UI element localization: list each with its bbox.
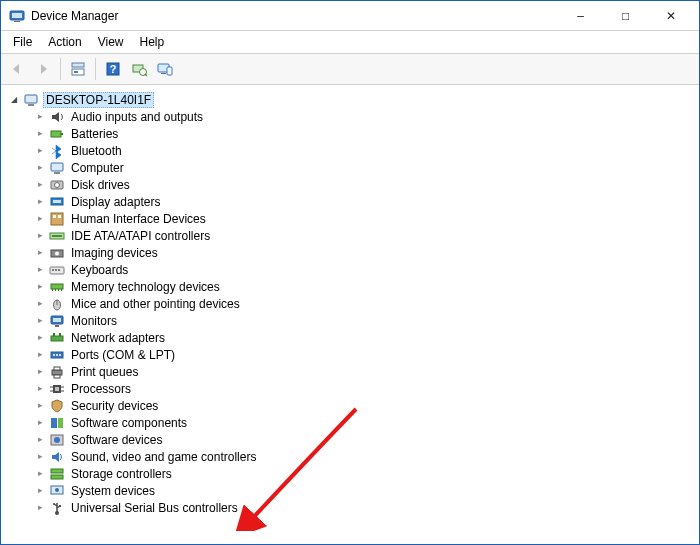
svg-rect-25 (53, 215, 56, 218)
menu-view[interactable]: View (90, 33, 132, 51)
tree-node[interactable]: ▸ Computer (7, 159, 695, 176)
tree-node[interactable]: ▸ Processors (7, 380, 695, 397)
tree-node-label: Processors (69, 381, 133, 397)
tree-node[interactable]: ▸ Audio inputs and outputs (7, 108, 695, 125)
expander-icon[interactable]: ◢ (7, 93, 21, 107)
expander-icon[interactable]: ▸ (33, 416, 47, 430)
printer-icon (49, 364, 65, 380)
tree-node[interactable]: ▸ System devices (7, 482, 695, 499)
svg-rect-36 (52, 289, 53, 291)
window-title: Device Manager (31, 9, 118, 23)
svg-rect-39 (61, 289, 62, 291)
svg-point-30 (55, 251, 59, 255)
svg-rect-24 (51, 213, 63, 225)
expander-icon[interactable]: ▸ (33, 212, 47, 226)
svg-point-49 (53, 354, 55, 356)
expander-icon[interactable]: ▸ (33, 484, 47, 498)
svg-point-21 (55, 182, 60, 187)
expander-icon[interactable]: ▸ (33, 433, 47, 447)
svg-rect-47 (59, 333, 61, 336)
tree-node[interactable]: ▸ Universal Serial Bus controllers (7, 499, 695, 516)
tree-node[interactable]: ▸ Keyboards (7, 261, 695, 278)
expander-icon[interactable]: ▸ (33, 280, 47, 294)
expander-icon[interactable]: ▸ (33, 263, 47, 277)
devices-button[interactable] (153, 57, 177, 81)
device-tree[interactable]: ◢ DESKTOP-1L40I1F ▸ Audio inputs and out… (1, 85, 699, 544)
svg-rect-16 (51, 131, 61, 137)
expander-icon[interactable]: ▸ (33, 297, 47, 311)
menu-help[interactable]: Help (132, 33, 173, 51)
expander-icon[interactable]: ▸ (33, 399, 47, 413)
maximize-button[interactable]: □ (603, 2, 648, 30)
expander-icon[interactable]: ▸ (33, 314, 47, 328)
forward-button[interactable] (31, 57, 55, 81)
expander-icon[interactable]: ▸ (33, 467, 47, 481)
tree-node[interactable]: ▸ Ports (COM & LPT) (7, 346, 695, 363)
software-component-icon (49, 415, 65, 431)
software-device-icon (49, 432, 65, 448)
memory-icon (49, 279, 65, 295)
expander-icon[interactable]: ▸ (33, 178, 47, 192)
scan-hardware-button[interactable] (127, 57, 151, 81)
tree-node[interactable]: ▸ Storage controllers (7, 465, 695, 482)
tree-node-label: Bluetooth (69, 143, 124, 159)
tree-node[interactable]: ▸ IDE ATA/ATAPI controllers (7, 227, 695, 244)
tree-node[interactable]: ▸ Network adapters (7, 329, 695, 346)
tree-node[interactable]: ▸ Batteries (7, 125, 695, 142)
tree-node[interactable]: ▸ Disk drives (7, 176, 695, 193)
expander-icon[interactable]: ▸ (33, 501, 47, 515)
tree-node[interactable]: ▸ Memory technology devices (7, 278, 695, 295)
svg-rect-65 (51, 469, 63, 473)
tree-node[interactable]: ▸ Print queues (7, 363, 695, 380)
tree-node-label: Display adapters (69, 194, 162, 210)
tree-node[interactable]: ▸ Bluetooth (7, 142, 695, 159)
svg-rect-5 (74, 71, 78, 73)
minimize-button[interactable]: – (558, 2, 603, 30)
tree-node[interactable]: ▸ Display adapters (7, 193, 695, 210)
tree-node-label: Storage controllers (69, 466, 174, 482)
svg-rect-13 (161, 73, 166, 74)
expander-icon[interactable]: ▸ (33, 348, 47, 362)
mouse-icon (49, 296, 65, 312)
expander-icon[interactable]: ▸ (33, 450, 47, 464)
tree-node[interactable]: ▸ Human Interface Devices (7, 210, 695, 227)
svg-point-71 (53, 503, 55, 505)
expander-icon[interactable]: ▸ (33, 246, 47, 260)
tree-node[interactable]: ▸ Sound, video and game controllers (7, 448, 695, 465)
sound-icon (49, 449, 65, 465)
svg-rect-14 (25, 95, 37, 103)
expander-icon[interactable]: ▸ (33, 161, 47, 175)
expander-icon[interactable]: ▸ (33, 382, 47, 396)
menu-action[interactable]: Action (40, 33, 89, 51)
tree-node-label: Software devices (69, 432, 164, 448)
tree-node[interactable]: ▸ Monitors (7, 312, 695, 329)
svg-rect-66 (51, 475, 63, 479)
svg-rect-62 (58, 418, 63, 428)
tree-node-label: Monitors (69, 313, 119, 329)
tree-node-label: Memory technology devices (69, 279, 222, 295)
expander-icon[interactable]: ▸ (33, 195, 47, 209)
help-button[interactable]: ? (101, 57, 125, 81)
back-button[interactable] (5, 57, 29, 81)
tree-node[interactable]: ▸ Imaging devices (7, 244, 695, 261)
expander-icon[interactable]: ▸ (33, 365, 47, 379)
tree-node-label: Print queues (69, 364, 140, 380)
network-icon (49, 330, 65, 346)
expander-icon[interactable]: ▸ (33, 110, 47, 124)
svg-rect-19 (54, 172, 60, 174)
expander-icon[interactable]: ▸ (33, 229, 47, 243)
tree-node[interactable]: ▸ Security devices (7, 397, 695, 414)
tree-node[interactable]: ▸ Software components (7, 414, 695, 431)
tree-root-node[interactable]: ◢ DESKTOP-1L40I1F (7, 91, 695, 108)
menu-file[interactable]: File (5, 33, 40, 51)
tree-node[interactable]: ▸ Software devices (7, 431, 695, 448)
expander-icon[interactable]: ▸ (33, 144, 47, 158)
tree-root-label: DESKTOP-1L40I1F (43, 92, 154, 108)
properties-button[interactable] (66, 57, 90, 81)
expander-icon[interactable]: ▸ (33, 331, 47, 345)
svg-rect-56 (55, 387, 59, 391)
tree-node[interactable]: ▸ Mice and other pointing devices (7, 295, 695, 312)
tree-node-label: Security devices (69, 398, 160, 414)
expander-icon[interactable]: ▸ (33, 127, 47, 141)
close-button[interactable]: ✕ (648, 2, 693, 30)
